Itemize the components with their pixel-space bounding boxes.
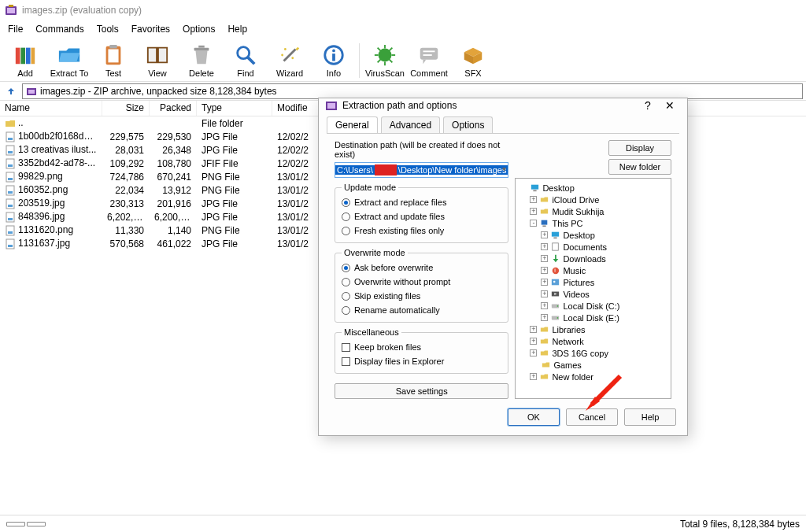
tree-expander[interactable]: +	[530, 326, 537, 333]
cancel-button[interactable]: Cancel	[566, 408, 618, 426]
tree-expander[interactable]: +	[541, 267, 548, 274]
radio-rename-auto[interactable]: Rename automatically	[342, 303, 501, 317]
tree-expander[interactable]: +	[530, 196, 537, 203]
tree-expander[interactable]: +	[541, 314, 548, 321]
tree-node[interactable]: +Network	[519, 335, 667, 347]
radio-fresh-only[interactable]: Fresh existing files only	[342, 224, 501, 238]
toolbar-info[interactable]: Info	[312, 42, 356, 79]
col-name[interactable]: Name	[0, 101, 102, 116]
tree-expander[interactable]: +	[541, 243, 548, 250]
toolbar-virusscan[interactable]: VirusScan	[363, 42, 407, 79]
svg-line-13	[248, 57, 254, 63]
menu-file[interactable]: File	[2, 22, 29, 36]
svg-rect-48	[8, 218, 13, 220]
new-folder-button[interactable]: New folder	[608, 159, 671, 175]
dialog-close-icon[interactable]: ✕	[659, 99, 681, 112]
tab-options[interactable]: Options	[443, 116, 493, 133]
menu-favorites[interactable]: Favorites	[125, 22, 176, 36]
tree-node[interactable]: +Downloads	[519, 253, 667, 264]
tree-expander[interactable]: +	[541, 231, 548, 238]
radio-skip-existing[interactable]: Skip existing files	[342, 289, 501, 303]
toolbar-comment[interactable]: Comment	[407, 42, 451, 79]
tree-node[interactable]: +Documents	[519, 241, 667, 253]
wand-icon	[278, 43, 301, 67]
col-packed[interactable]: Packed	[150, 101, 197, 116]
tab-general[interactable]: General	[327, 116, 378, 133]
tree-node[interactable]: +Music	[519, 264, 667, 276]
toolbar-delete[interactable]: Delete	[179, 42, 224, 79]
tree-node[interactable]: -This PC	[519, 217, 667, 229]
svg-point-17	[291, 57, 294, 59]
radio-extract-update[interactable]: Extract and update files	[342, 209, 501, 224]
tree-node[interactable]: +3DS 16G copy	[519, 347, 667, 359]
tree-node[interactable]: +Videos	[519, 288, 667, 300]
svg-rect-45	[6, 199, 14, 209]
tree-expander[interactable]: +	[541, 279, 548, 286]
tree-expander[interactable]: +	[530, 349, 537, 357]
menu-help[interactable]: Help	[221, 22, 253, 36]
display-button[interactable]: Display	[608, 140, 671, 156]
tree-node[interactable]: +Desktop	[519, 229, 667, 241]
tree-node[interactable]: +Libraries	[519, 323, 667, 335]
tree-expander[interactable]: +	[541, 290, 548, 297]
svg-rect-11	[198, 45, 205, 47]
dest-path-label: Destination path (will be created if doe…	[335, 140, 508, 159]
tree-expander[interactable]: -	[530, 220, 537, 227]
tree-node[interactable]: Games	[519, 359, 667, 371]
tree-expander[interactable]: +	[541, 302, 548, 309]
tree-node[interactable]: +iCloud Drive	[519, 194, 667, 205]
svg-rect-57	[542, 220, 548, 225]
svg-rect-8	[108, 49, 118, 62]
help-button[interactable]: Help	[624, 408, 676, 426]
tree-expander[interactable]: +	[541, 255, 548, 262]
menu-tools[interactable]: Tools	[91, 22, 125, 36]
col-type[interactable]: Type	[197, 101, 272, 116]
trash-icon	[190, 43, 213, 67]
dest-path-input[interactable]: C:\Users\ \Desktop\New folder\images ▾	[335, 162, 508, 178]
toolbar-sfx[interactable]: SFX	[451, 42, 495, 79]
svg-point-16	[281, 54, 283, 56]
file-icon	[5, 198, 16, 209]
toolbar-test[interactable]: Test	[91, 42, 135, 79]
col-modified[interactable]: Modifie	[272, 101, 320, 116]
svg-rect-3	[16, 47, 20, 64]
check-display-explorer[interactable]: Display files in Explorer	[342, 354, 501, 368]
tree-node[interactable]: +Local Disk (C:)	[519, 300, 667, 312]
check-keep-broken[interactable]: Keep broken files	[342, 340, 501, 354]
ok-button[interactable]: OK	[508, 408, 560, 426]
toolbar-extract[interactable]: Extract To	[47, 42, 91, 79]
radio-ask-overwrite[interactable]: Ask before overwrite	[342, 260, 501, 275]
tree-node[interactable]: Desktop	[519, 182, 667, 194]
redacted-segment	[375, 164, 397, 175]
toolbar-view[interactable]: View	[135, 42, 179, 79]
tree-node[interactable]: +Local Disk (E:)	[519, 312, 667, 323]
radio-overwrite-noprompt[interactable]: Overwrite without prompt	[342, 275, 501, 289]
search-icon	[234, 43, 257, 67]
tree-node[interactable]: +New folder	[519, 371, 667, 382]
chevron-down-icon[interactable]: ▾	[502, 164, 506, 173]
tree-expander[interactable]: +	[530, 373, 537, 380]
toolbar-add[interactable]: Add	[3, 42, 47, 79]
path-field[interactable]: images.zip - ZIP archive, unpacked size …	[22, 83, 803, 99]
archive-icon	[325, 99, 338, 112]
col-size[interactable]: Size	[102, 101, 150, 116]
tree-node[interactable]: +Pictures	[519, 276, 667, 288]
svg-rect-30	[420, 47, 438, 59]
status-summary: Total 9 files, 8,128,384 bytes	[680, 519, 800, 530]
tab-advanced[interactable]: Advanced	[381, 116, 440, 133]
radio-extract-replace[interactable]: Extract and replace files	[342, 195, 501, 209]
dialog-help-icon[interactable]: ?	[637, 99, 659, 112]
tree-expander[interactable]: +	[530, 208, 537, 215]
tree-node[interactable]: +Mudit Sukhija	[519, 205, 667, 217]
toolbar-wizard[interactable]: Wizard	[268, 42, 312, 79]
folder-tree[interactable]: Desktop+iCloud Drive+Mudit Sukhija-This …	[515, 178, 671, 399]
file-icon	[5, 131, 16, 142]
menu-commands[interactable]: Commands	[29, 22, 90, 36]
nav-up-button[interactable]	[3, 83, 19, 99]
menubar: File Commands Tools Favorites Options He…	[0, 20, 806, 38]
save-settings-button[interactable]: Save settings	[335, 383, 508, 399]
toolbar-find[interactable]: Find	[224, 42, 268, 79]
toolbar: Add Extract To Test View Delete Find Wiz…	[0, 38, 806, 82]
tree-expander[interactable]: +	[530, 338, 537, 345]
menu-options[interactable]: Options	[176, 22, 221, 36]
